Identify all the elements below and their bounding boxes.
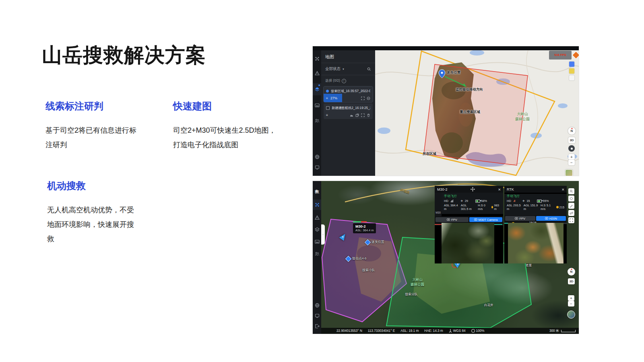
media-icon[interactable] — [313, 100, 321, 111]
panel-header[interactable]: RTK × — [504, 186, 567, 193]
device-panel-icon[interactable] — [313, 311, 321, 321]
section-mobile-rescue: 机动搜救 无人机高空机动优势，不受地面环境影响，快速展开搜救 — [47, 179, 140, 246]
video-feed-h20n[interactable] — [508, 223, 564, 263]
zoom-in-button[interactable]: + — [568, 295, 574, 301]
alert-icon[interactable] — [313, 68, 321, 78]
pin-lost-position-label: 迷失位置 — [372, 240, 384, 244]
selected-radio-icon[interactable] — [326, 90, 329, 93]
zoom-out-button[interactable]: − — [568, 301, 574, 306]
info-icon[interactable]: i — [342, 79, 346, 83]
checkbox-icon[interactable] — [326, 106, 330, 110]
status-bar: 22.904013553° N 113.733034041° E ASL: 19… — [321, 328, 579, 334]
fleet-icon[interactable] — [313, 53, 321, 64]
close-icon[interactable]: × — [562, 187, 564, 192]
globe-icon[interactable] — [313, 152, 321, 162]
panel-collapse-handle[interactable]: › — [321, 224, 325, 245]
hd-signal-label: HD — [507, 199, 511, 203]
layer-card-mapping-route[interactable]: 新建建图航线2_16:19:25_2022-0... ≡ — [324, 103, 373, 119]
device-panel-icon[interactable] — [313, 162, 321, 173]
copy-icon[interactable] — [355, 113, 359, 117]
exit-icon[interactable] — [313, 321, 321, 331]
distance-value: 2151 — [559, 206, 564, 209]
compass-icon[interactable]: N — [568, 127, 576, 135]
focus-icon[interactable] — [361, 97, 365, 100]
view-switch-buttons: FPV M30T Camera — [435, 216, 503, 223]
asl-value: ASL 293.5 m — [507, 204, 521, 211]
hspeed-value: H.S 0 m/s — [478, 204, 489, 211]
team-icon[interactable] — [313, 249, 321, 259]
park-line2: 森林公园 — [411, 282, 424, 287]
marker-tool-icon[interactable] — [568, 195, 574, 202]
remove-icon[interactable] — [367, 97, 370, 100]
satellite-count: 29 — [465, 199, 468, 203]
signal-bars-icon — [451, 200, 454, 202]
place-label: 白花井 — [484, 303, 493, 307]
move-icon[interactable] — [471, 187, 475, 191]
trash-icon[interactable] — [367, 113, 370, 117]
chevron-down-icon: ▼ — [342, 68, 345, 70]
team-icon[interactable] — [313, 115, 321, 126]
fpv-label: FPV — [519, 217, 525, 220]
focus-icon[interactable] — [361, 113, 365, 117]
view-switch-buttons: FPV H20N — [504, 215, 567, 222]
globe-icon[interactable] — [313, 300, 321, 311]
section-heading: 线索标注研判 — [45, 100, 142, 113]
camera-button[interactable]: M30T Camera — [469, 217, 502, 222]
fpv-button[interactable]: FPV — [436, 217, 469, 222]
drag-handle-icon[interactable]: ≡ — [326, 96, 328, 100]
basemap-globe-toggle[interactable] — [567, 311, 575, 319]
layers-icon[interactable] — [313, 83, 321, 95]
battery-icon — [537, 200, 542, 203]
alert-icon[interactable] — [313, 212, 321, 223]
measure-tool-icon[interactable] — [569, 75, 574, 80]
annotation-tool-icon[interactable] — [569, 62, 574, 67]
zoom-out-button[interactable]: − — [568, 160, 575, 165]
search-icon[interactable] — [367, 67, 371, 71]
search-icon[interactable] — [568, 188, 574, 194]
telemetry-panel-m30: M30-2 × M30 手动飞行 HD ✈ 29 58% ASL 364.4 m… — [435, 186, 503, 263]
close-icon[interactable]: × — [498, 187, 501, 192]
source-strip[interactable]: M30 — [435, 193, 442, 216]
section-clue-annotation: 线索标注研判 基于司空2将已有信息进行标注研判 — [45, 100, 142, 152]
place-label: 老屋 — [526, 263, 532, 267]
longitude-value: 113.733034041° E — [368, 329, 395, 333]
measure-tool-icon[interactable] — [568, 210, 574, 216]
zoom-in-button[interactable]: + — [568, 154, 575, 160]
battery-percent: 55% — [543, 199, 549, 203]
frame-select-icon[interactable] — [568, 217, 574, 223]
hae-value: HAE: 14.3 m — [424, 329, 443, 333]
left-icon-rail: 救 — [313, 181, 321, 334]
drone1-tooltip[interactable]: M30-2 ASL: 364.4 m — [353, 223, 376, 233]
scale-bar — [561, 330, 576, 332]
home-distance-icon — [491, 206, 493, 208]
compass-icon[interactable]: N — [568, 268, 575, 276]
draw-tool-icon[interactable] — [569, 68, 574, 74]
agl-value: AGL 301.5 m — [461, 204, 475, 211]
fpv-button[interactable]: FPV — [505, 216, 535, 221]
datum-icon — [449, 329, 452, 333]
basemap-toggle[interactable] — [565, 169, 573, 176]
fleet-icon[interactable] — [313, 200, 321, 210]
view-3d-button[interactable]: 3D — [568, 278, 575, 284]
draw-tool-icon[interactable] — [568, 203, 574, 209]
locate-button[interactable] — [568, 145, 575, 152]
asl-value: ASL 364.4 m — [444, 204, 458, 211]
layers-icon[interactable] — [313, 224, 321, 235]
status-filter[interactable]: 全部状态 ▼ — [321, 63, 375, 75]
satellite-icon: ✈ — [522, 199, 525, 203]
map-canvas[interactable]: 迷失位置 监控疑似移动方向 重点搜索区域 所在区域 大岭山 森林公园 N/A F… — [375, 50, 579, 176]
flight-mode-label: 手动飞行 — [507, 194, 564, 198]
compass-north-label: N — [571, 129, 573, 133]
media-icon[interactable] — [313, 237, 321, 247]
agl-value: AGL 151.9 m — [524, 204, 538, 211]
camera-label: M30T Camera — [479, 218, 498, 222]
current-area-label: 所在区域 — [423, 152, 436, 156]
video-feed-m30t[interactable] — [442, 223, 494, 263]
layer-card-search-area[interactable]: 搜索区域_16:35:57_2022-03-08+... ≡ 27% — [324, 86, 373, 102]
terrain-icon[interactable] — [350, 113, 353, 117]
view-3d-button[interactable]: 3D — [568, 137, 575, 143]
camera-button[interactable]: H20N — [536, 216, 566, 221]
drag-handle-icon[interactable]: ≡ — [326, 113, 328, 117]
satellite-icon: ✈ — [460, 199, 463, 203]
panel-header[interactable]: M30-2 × — [435, 186, 503, 193]
